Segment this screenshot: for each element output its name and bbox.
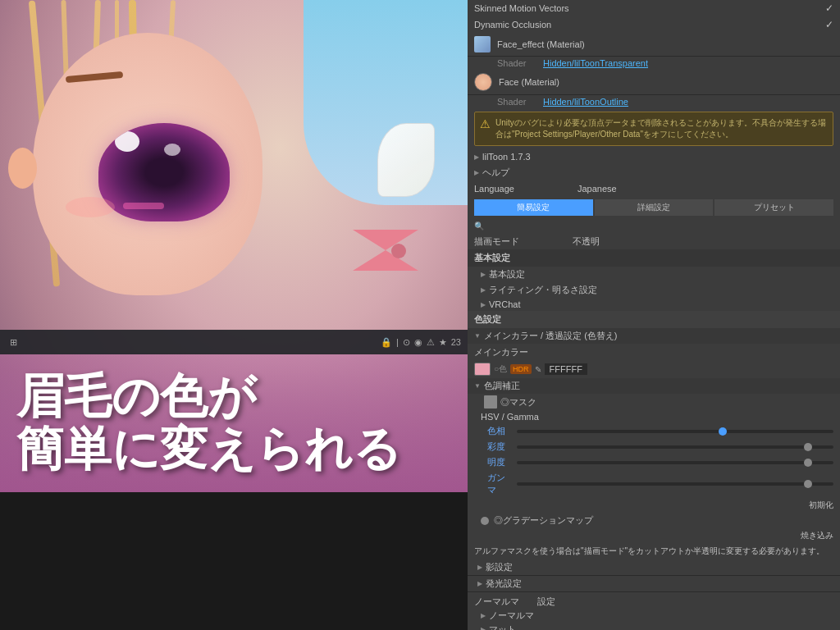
toolbar: ⊞ 🔒 | ⊙ ◉ ⚠ ★ 23 bbox=[0, 330, 468, 354]
render-mode-label: 描画モード bbox=[474, 235, 573, 248]
face-effect-shader-value[interactable]: Hidden/lilToonTransparent bbox=[543, 58, 648, 68]
main-color-swatch[interactable] bbox=[474, 363, 491, 376]
saturation-slider-track[interactable] bbox=[517, 445, 833, 449]
normal-map-sub-0-label: ノーマルマ bbox=[489, 609, 534, 622]
dynamic-occlusion-check: ✓ bbox=[825, 19, 833, 30]
right-panel: Skinned Motion Vectors ✓ Dynamic Occlusi… bbox=[468, 0, 840, 630]
warning-text: Unityのバグにより必要な頂点データまで削除されることがあります。不具合が発生… bbox=[495, 117, 828, 140]
toolbar-grid-icon[interactable]: ⊞ bbox=[7, 336, 20, 349]
color-adjust-triangle-icon: ▼ bbox=[474, 382, 481, 390]
warning-box: ⚠ Unityのバグにより必要な頂点データまで削除されることがあります。不具合が… bbox=[474, 112, 833, 146]
gradient-circle-icon bbox=[481, 517, 489, 525]
hue-slider-track[interactable] bbox=[517, 430, 833, 433]
init-row: 初期化 bbox=[468, 498, 840, 513]
wing-decoration bbox=[377, 123, 435, 197]
language-value: Japanese bbox=[578, 184, 617, 194]
eyebrow-left bbox=[66, 71, 123, 83]
help-triangle-icon: ▶ bbox=[474, 169, 479, 176]
gradient-map-row: ◎グラデーションマップ bbox=[468, 513, 840, 528]
toolbar-star-icon[interactable]: ★ bbox=[439, 337, 447, 348]
tab-simple[interactable]: 簡易設定 bbox=[474, 199, 593, 216]
gamma-label: ガンマ bbox=[487, 472, 510, 496]
toolbar-count: 23 bbox=[451, 337, 461, 347]
gamma-slider-track[interactable] bbox=[517, 482, 833, 486]
vrchat-triangle-icon: ▶ bbox=[481, 301, 486, 308]
normal-map-sub-0-triangle: ▶ bbox=[481, 612, 486, 619]
dynamic-occlusion-label: Dynamic Occlusion bbox=[474, 20, 820, 30]
toolbar-right: 🔒 | ⊙ ◉ ⚠ ★ 23 bbox=[381, 337, 461, 348]
vrchat-label: VRChat bbox=[489, 299, 521, 309]
dynamic-occlusion-row: Dynamic Occlusion ✓ bbox=[468, 16, 840, 33]
toolbar-lock-icon: 🔒 bbox=[381, 337, 392, 348]
color-adjust-label: 色調補正 bbox=[484, 380, 520, 392]
search-icon: 🔍 bbox=[474, 221, 484, 231]
face-effect-shader-label: Shader bbox=[497, 58, 538, 68]
bow-center bbox=[391, 244, 406, 258]
normal-map-sub-1[interactable]: ▶ マット bbox=[481, 623, 833, 630]
liltoon-section-header[interactable]: ▶ lilToon 1.7.3 bbox=[468, 149, 840, 164]
japanese-line2: 簡単に変えられる bbox=[16, 422, 451, 475]
liltoon-triangle-icon: ▶ bbox=[474, 153, 479, 161]
liltoon-title: lilToon 1.7.3 bbox=[482, 152, 531, 162]
warning-triangle-icon: ⚠ bbox=[480, 117, 491, 140]
saturation-slider-row: 彩度 bbox=[468, 439, 840, 454]
color-adjust-header[interactable]: ▼ 色調補正 bbox=[468, 378, 840, 394]
basic-settings-header: 基本設定 bbox=[468, 249, 840, 267]
basic-settings-sub[interactable]: ▶ 基本設定 bbox=[468, 267, 840, 282]
color-value: FFFFFF bbox=[545, 363, 587, 375]
language-label: Language bbox=[474, 184, 573, 194]
alpha-warning-text: アルファマスクを使う場合は"描画モード"をカットアウトか半透明に変更する必要があ… bbox=[474, 546, 824, 555]
burn-row: 焼き込み bbox=[468, 528, 840, 543]
shadow-settings-triangle-icon: ▶ bbox=[477, 564, 482, 571]
saturation-slider-thumb[interactable] bbox=[804, 443, 812, 451]
toolbar-frame-icon[interactable]: ⊙ bbox=[403, 337, 410, 348]
mask-icon bbox=[484, 395, 497, 409]
hsv-header: HSV / Gamma bbox=[468, 410, 840, 423]
help-section-header[interactable]: ▶ ヘルプ bbox=[468, 164, 840, 181]
toolbar-separator: | bbox=[396, 337, 399, 347]
pencil-icon[interactable]: ✎ bbox=[535, 365, 541, 374]
brightness-slider-thumb[interactable] bbox=[804, 459, 812, 467]
tab-preset[interactable]: プリセット bbox=[714, 199, 833, 216]
tab-detailed[interactable]: 詳細設定 bbox=[595, 199, 714, 216]
toolbar-circle-icon[interactable]: ◉ bbox=[414, 337, 422, 348]
toolbar-warning-icon[interactable]: ⚠ bbox=[427, 337, 435, 348]
shadow-settings-section[interactable]: ▶ 影設定 bbox=[468, 559, 840, 576]
hue-slider-thumb[interactable] bbox=[719, 427, 727, 436]
mask-row: ◎マスク bbox=[468, 394, 840, 410]
mask-label: ◎マスク bbox=[500, 396, 536, 409]
emission-settings-triangle-icon: ▶ bbox=[477, 580, 482, 587]
brightness-slider-track[interactable] bbox=[517, 461, 833, 464]
normal-map-sub-1-label: マット bbox=[489, 623, 516, 630]
face-effect-material-title: Face_effect (Material) bbox=[497, 39, 585, 49]
face-effect-material-icon bbox=[474, 36, 491, 52]
emission-settings-section[interactable]: ▶ 発光設定 bbox=[468, 576, 840, 592]
normal-map-sub-1-triangle: ▶ bbox=[481, 626, 486, 630]
face-material-icon bbox=[474, 73, 492, 91]
init-button[interactable]: 初期化 bbox=[809, 500, 833, 511]
render-mode-row: 描画モード 不透明 bbox=[468, 233, 840, 249]
burn-button[interactable]: 焼き込み bbox=[801, 530, 833, 541]
eye-reflection bbox=[123, 203, 164, 209]
skinned-motion-vectors-label: Skinned Motion Vectors bbox=[474, 3, 820, 13]
search-row: 🔍 bbox=[468, 219, 840, 233]
render-mode-value[interactable]: 不透明 bbox=[573, 235, 600, 248]
gradient-map-label: ◎グラデーションマップ bbox=[494, 514, 593, 527]
gamma-slider-thumb[interactable] bbox=[804, 480, 812, 488]
eye-shine-2 bbox=[164, 144, 180, 156]
lighting-triangle-icon: ▶ bbox=[481, 286, 486, 294]
face-material-header: Face (Material) bbox=[468, 70, 840, 95]
lighting-sub[interactable]: ▶ ライティング・明るさ設定 bbox=[468, 282, 840, 298]
face-effect-shader-row: Shader Hidden/lilToonTransparent bbox=[468, 57, 840, 70]
normal-map-header: ノーマルマ 設定 bbox=[474, 594, 833, 609]
normal-map-subs: ▶ ノーマルマ ▶ マット ▶ ライ ▶ 輪郭線設定 bbox=[474, 609, 833, 630]
lighting-label: ライティング・明るさ設定 bbox=[489, 284, 597, 296]
vrchat-sub[interactable]: ▶ VRChat bbox=[468, 298, 840, 311]
face-shader-value[interactable]: Hidden/lilToonOutline bbox=[543, 97, 628, 107]
main-color-row: ○色 HDR ✎ FFFFFF bbox=[468, 360, 840, 378]
alpha-warning-row: アルファマスクを使う場合は"描画モード"をカットアウトか半透明に変更する必要があ… bbox=[468, 543, 840, 559]
normal-map-sub-0[interactable]: ▶ ノーマルマ bbox=[481, 609, 833, 622]
main-color-transparency-header[interactable]: ▼ メインカラー / 透過設定 (色替え) bbox=[468, 328, 840, 344]
japanese-line1: 眉毛の色が bbox=[16, 370, 451, 422]
basic-settings-label: 基本設定 bbox=[489, 268, 525, 281]
